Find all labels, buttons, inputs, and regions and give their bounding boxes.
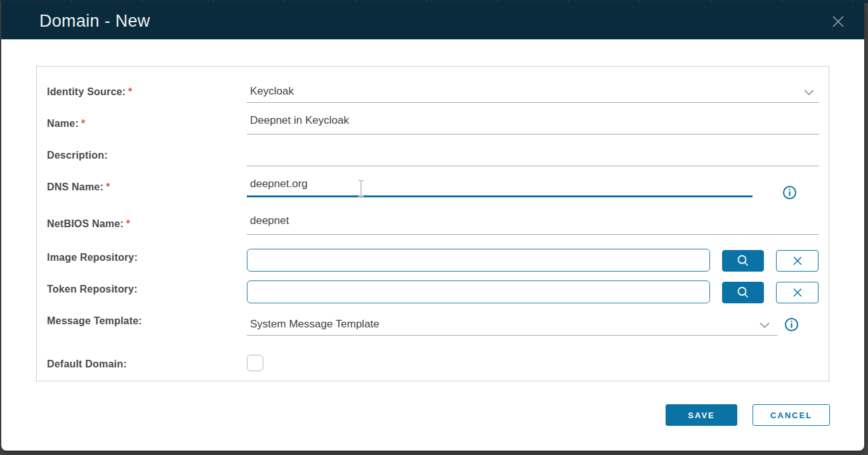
token-repository-clear-button[interactable] (776, 282, 819, 303)
text-cursor-pointer (357, 179, 365, 198)
info-icon[interactable] (782, 185, 797, 200)
identity-source-label: Identity Source:* (47, 86, 133, 98)
field-underline (247, 166, 819, 166)
field-underline (247, 234, 819, 235)
dns-name-input[interactable] (250, 178, 745, 190)
image-repository-label: Image Repository: (47, 252, 138, 263)
search-icon (736, 254, 750, 268)
clear-x-icon (792, 287, 803, 298)
default-domain-label: Default Domain: (47, 359, 127, 370)
field-underline (247, 335, 778, 336)
image-repository-search-button[interactable] (722, 250, 764, 272)
default-domain-checkbox[interactable] (247, 355, 263, 371)
required-marker: * (128, 86, 132, 97)
message-template-select[interactable]: System Message Template (250, 318, 379, 331)
image-repository-input[interactable] (247, 249, 710, 272)
required-marker: * (106, 181, 110, 192)
description-input[interactable] (250, 146, 815, 159)
form-panel: Identity Source:* Keycloak Name:* Descri… (36, 66, 829, 381)
identity-source-select[interactable]: Keycloak (250, 85, 294, 98)
domain-new-dialog: Domain - New Identity Source:* Keycloak … (1, 3, 864, 451)
dialog-header: Domain - New (1, 3, 864, 39)
description-label: Description: (47, 150, 108, 161)
token-repository-input[interactable] (247, 280, 710, 303)
save-button[interactable]: SAVE (666, 404, 737, 426)
token-repository-label: Token Repository: (47, 284, 138, 295)
name-label: Name:* (47, 118, 85, 129)
required-marker: * (81, 118, 85, 129)
message-template-label: Message Template: (47, 315, 142, 327)
field-underline (247, 134, 819, 135)
name-input[interactable] (250, 114, 815, 127)
chevron-down-icon[interactable] (759, 321, 770, 329)
close-icon[interactable] (830, 13, 846, 30)
token-repository-search-button[interactable] (722, 282, 764, 303)
search-icon (736, 286, 750, 300)
field-underline (247, 102, 819, 103)
netbios-name-label: NetBIOS Name:* (47, 218, 130, 230)
netbios-name-input[interactable] (250, 214, 815, 227)
focused-field-underline (247, 195, 753, 197)
chevron-down-icon[interactable] (803, 88, 815, 96)
clear-x-icon (792, 256, 803, 266)
image-repository-clear-button[interactable] (776, 250, 819, 272)
cancel-button[interactable]: CANCEL (753, 404, 830, 426)
screen: Domain - New Identity Source:* Keycloak … (0, 0, 868, 455)
info-icon[interactable] (784, 317, 799, 332)
required-marker: * (126, 218, 130, 229)
dialog-title: Domain - New (39, 11, 150, 31)
dns-name-label: DNS Name:* (47, 181, 110, 193)
